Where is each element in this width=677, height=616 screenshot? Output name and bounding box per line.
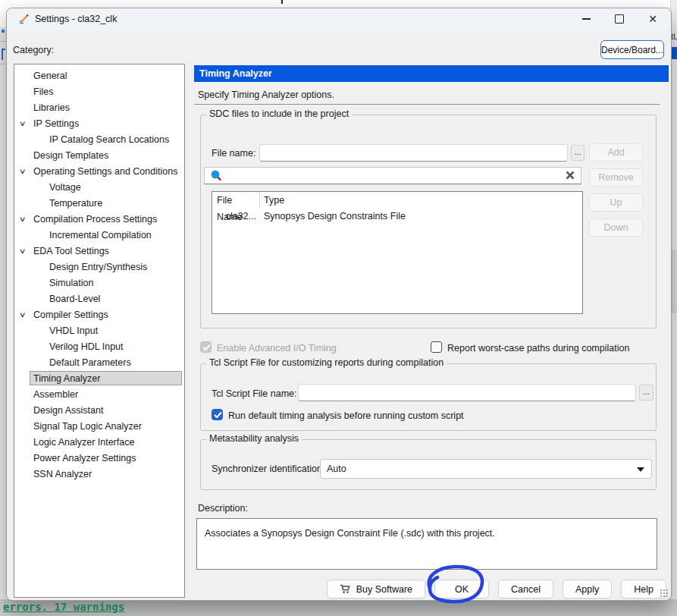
synchronizer-identification-label: Synchronizer identification: (212, 464, 324, 474)
sidebar-item-verilog-hdl-input[interactable]: Verilog HDL Input (14, 339, 184, 355)
clear-search-icon[interactable] (565, 170, 575, 183)
sidebar-item-label: Design Entry/Synthesis (49, 259, 147, 275)
sidebar-item-ip-catalog-search-locations[interactable]: IP Catalog Search Locations (14, 132, 184, 148)
sidebar-item-incremental-compilation[interactable]: Incremental Compilation (14, 228, 184, 244)
sidebar-item-label: Logic Analyzer Interface (33, 435, 134, 451)
background-left-strip (0, 27, 6, 599)
sidebar-item-label: Incremental Compilation (49, 228, 152, 244)
chevron-down-icon (637, 467, 644, 472)
column-header-file-name[interactable]: File Name (212, 192, 260, 209)
sidebar-item-libraries[interactable]: Libraries (14, 100, 184, 116)
run-default-analysis-checkbox[interactable] (212, 409, 223, 420)
divider (194, 104, 660, 105)
chevron-down-icon[interactable]: ∨ (19, 244, 27, 259)
sdc-files-group: SDC files to include in the project File… (200, 115, 657, 328)
sidebar-item-label: Verilog HDL Input (49, 339, 124, 355)
description-label: Description: (198, 503, 248, 514)
divider (0, 64, 6, 64)
sidebar-item-operating-settings-and-conditions[interactable]: ∨Operating Settings and Conditions (14, 164, 184, 180)
dialog-footer: Buy Software OK Cancel Apply Help (327, 580, 666, 599)
sidebar-item-simulation[interactable]: Simulation (14, 275, 184, 291)
cell-type: Synopsys Design Constraints File (260, 209, 406, 225)
sdc-files-table[interactable]: File NameType cla32...Synopsys Design Co… (212, 191, 583, 314)
background-window-tick (281, 0, 283, 4)
down-button: Down (589, 218, 643, 237)
cell-file-name: cla32... (212, 209, 260, 225)
sidebar-item-label: Assembler (33, 387, 78, 403)
status-message: errors, 17 warnings (3, 601, 124, 613)
up-button: Up (589, 193, 643, 212)
background-text-fragment: tL (671, 32, 677, 41)
sidebar-item-design-templates[interactable]: Design Templates (14, 148, 184, 164)
ok-button[interactable]: OK (434, 580, 489, 599)
sidebar-item-files[interactable]: Files (14, 84, 184, 100)
synchronizer-identification-select[interactable]: Auto (320, 459, 652, 479)
column-header-type[interactable]: Type (260, 192, 284, 209)
sidebar-item-voltage[interactable]: Voltage (14, 180, 184, 196)
sdc-search-input[interactable] (224, 168, 561, 184)
sidebar-item-label: IP Catalog Search Locations (49, 132, 169, 148)
sidebar-item-label: Power Analyzer Settings (33, 451, 136, 467)
sidebar-item-default-parameters[interactable]: Default Parameters (14, 355, 184, 371)
sidebar-item-compilation-process-settings[interactable]: ∨Compilation Process Settings (14, 212, 184, 228)
file-name-input[interactable] (259, 144, 568, 162)
category-label: Category: (13, 45, 54, 55)
sidebar-item-eda-tool-settings[interactable]: ∨EDA Tool Settings (14, 244, 184, 259)
sidebar-item-label: Design Templates (33, 148, 108, 164)
window-title: Settings - cla32_clk (35, 8, 117, 30)
settings-page-panel: Timing Analyzer Specify Timing Analyzer … (194, 8, 671, 600)
sidebar-item-timing-analyzer[interactable]: Timing Analyzer (14, 371, 184, 387)
category-tree[interactable]: GeneralFilesLibraries∨IP SettingsIP Cata… (14, 64, 185, 598)
file-browse-button[interactable]: ... (571, 145, 585, 161)
sidebar-item-label: General (33, 68, 67, 84)
sidebar-item-design-entry-synthesis[interactable]: Design Entry/Synthesis (14, 259, 184, 275)
tcl-file-name-input[interactable] (298, 384, 636, 401)
sidebar-item-label: Temperature (49, 196, 102, 212)
sidebar-item-label: IP Settings (33, 116, 79, 132)
background-toolbar-icon (2, 49, 3, 60)
sdc-search-box[interactable] (204, 167, 581, 184)
sidebar-item-signal-tap-logic-analyzer[interactable]: Signal Tap Logic Analyzer (14, 419, 184, 435)
metastability-group-title: Metastability analysis (206, 433, 302, 444)
sidebar-item-assembler[interactable]: Assembler (14, 387, 184, 403)
page-title: Timing Analyzer (194, 65, 669, 82)
sidebar-item-label: Design Assistant (33, 403, 103, 419)
page-subtitle: Specify Timing Analyzer options. (198, 90, 334, 100)
background-toolbar-icon (2, 49, 5, 50)
sidebar-item-ssn-analyzer[interactable]: SSN Analyzer (14, 467, 184, 482)
cancel-button[interactable]: Cancel (498, 580, 553, 599)
sidebar-item-general[interactable]: General (14, 68, 184, 84)
table-row[interactable]: cla32...Synopsys Design Constraints File (212, 209, 582, 225)
resize-grip[interactable] (660, 589, 669, 598)
sidebar-item-board-level[interactable]: Board-Level (14, 291, 184, 307)
sidebar-item-label: SSN Analyzer (33, 467, 92, 482)
sidebar-item-vhdl-input[interactable]: VHDL Input (14, 323, 184, 339)
settings-dialog: Settings - cla32_clk ✕ Category: Device/… (6, 8, 672, 601)
add-button: Add (589, 143, 643, 162)
sidebar-item-temperature[interactable]: Temperature (14, 196, 184, 212)
sidebar-item-design-assistant[interactable]: Design Assistant (14, 403, 184, 419)
chevron-down-icon[interactable]: ∨ (19, 307, 27, 322)
chevron-down-icon[interactable]: ∨ (19, 116, 27, 131)
tcl-browse-button[interactable]: ... (639, 385, 653, 401)
description-text: Associates a Synopsys Design Constraint … (205, 528, 495, 539)
buy-software-button[interactable]: Buy Software (327, 580, 425, 599)
sidebar-item-compiler-settings[interactable]: ∨Compiler Settings (14, 307, 184, 323)
buy-software-label: Buy Software (356, 584, 412, 595)
sidebar-item-logic-analyzer-interface[interactable]: Logic Analyzer Interface (14, 435, 184, 451)
run-default-analysis-label: Run default timing analysis before runni… (228, 410, 464, 421)
tcl-script-group: Tcl Script File for customizing reports … (200, 363, 657, 431)
sidebar-item-power-analyzer-settings[interactable]: Power Analyzer Settings (14, 451, 184, 467)
apply-button[interactable]: Apply (563, 580, 612, 599)
chevron-down-icon[interactable]: ∨ (19, 164, 27, 179)
sidebar-item-label: EDA Tool Settings (33, 244, 109, 259)
remove-button: Remove (589, 168, 643, 187)
sidebar-item-ip-settings[interactable]: ∨IP Settings (14, 116, 184, 132)
chevron-down-icon[interactable]: ∨ (19, 212, 27, 227)
sidebar-item-label: Compiler Settings (33, 307, 108, 323)
report-worst-case-checkbox[interactable] (431, 341, 442, 353)
quartus-settings-icon (18, 13, 30, 27)
enable-advanced-io-checkbox (200, 341, 212, 353)
sidebar-item-label: Files (33, 84, 53, 100)
sidebar-item-label: Simulation (49, 275, 93, 291)
